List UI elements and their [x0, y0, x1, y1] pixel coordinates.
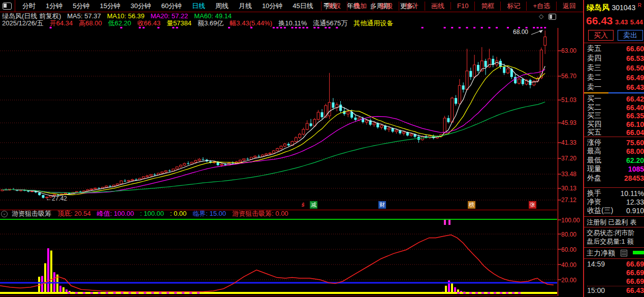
ask-row[interactable]: 卖五66.60 [587, 44, 644, 53]
bid-row[interactable]: 买二66.40 [587, 103, 644, 112]
price-change: 3.43 [615, 18, 628, 26]
menu-item-10分钟[interactable]: 10分钟 [257, 2, 287, 10]
indicator-axis-label: 60.00 [561, 246, 583, 253]
toolbar-right: 复权叠加多股统计画线F10简框标记+自选返回 [321, 0, 582, 12]
buy-button[interactable]: 买入 [588, 30, 614, 41]
header-segment: 收66.43 [137, 19, 160, 27]
header-segment: 游资狙击吸筹: 0.00 [232, 210, 288, 217]
stat-row: 外盘28453 [587, 174, 644, 183]
stat-row: 净资12.33 [587, 197, 644, 207]
bid-row[interactable]: 买四66.10 [587, 120, 644, 129]
indicator-header: ⌄游资狙击吸筹顶底: 20.54峰值: 100.00: 100.00: 0.00… [1, 210, 295, 217]
menu-item-周线[interactable]: 周线 [210, 2, 234, 10]
event-marker-news[interactable]: 财 [378, 201, 386, 209]
tool-简框[interactable]: 简框 [474, 2, 500, 11]
indicator-axis-label: 40.00 [561, 261, 583, 269]
last-price: 66.43 [586, 15, 613, 26]
header-segment: 量57384 [167, 19, 191, 27]
order-ratio-bar-buy [584, 92, 608, 93]
layout-toggle-icon[interactable] [3, 3, 12, 10]
registration-status: 注册制 已盈利 表 [587, 218, 636, 227]
sell-button[interactable]: 卖出 [618, 30, 643, 41]
tool-返回[interactable]: 返回 [556, 2, 582, 11]
event-marker-news[interactable]: 减 [310, 201, 317, 209]
menu-item-日线[interactable]: 日线 [187, 2, 210, 10]
price-axis-label: 45.93 [561, 119, 583, 126]
header-segment: 流通5675万 [313, 19, 347, 27]
menu-item-5分钟[interactable]: 5分钟 [68, 2, 94, 10]
event-marker-news[interactable]: 张 [529, 201, 536, 209]
date-ohlc-row: 2025/12/26/五开64.34高68.00低62.20收66.43量573… [2, 20, 399, 27]
header-segment: : 100.00 [140, 210, 164, 217]
chart-canvas[interactable] [0, 0, 644, 297]
diamond-tool-icon[interactable]: ◇ [539, 13, 543, 20]
price-axis-label: 56.70 [561, 73, 583, 80]
tool-统计[interactable]: 统计 [399, 2, 425, 11]
stat-row: 最高68.00 [587, 147, 644, 156]
stat-row: 现量1085 [587, 164, 644, 174]
tick-row[interactable]: 14:5966.69 [587, 260, 644, 268]
panel-view-icon[interactable] [549, 14, 556, 20]
stat-row: 涨停75.60 [587, 138, 644, 147]
price-axis-label: 33.48 [561, 171, 583, 178]
main-force-bar [633, 251, 644, 254]
indicator-axis-label: 100.00 [561, 217, 583, 224]
price-row: 66.43 3.43 5.44 [586, 15, 643, 27]
margin-flag: R [638, 3, 641, 8]
peak-price-label: 68.00 [513, 28, 528, 36]
header-segment: 顶底: 20.54 [57, 210, 91, 217]
price-axis-label: 37.20 [561, 155, 583, 162]
menu-item-分时[interactable]: 分时 [17, 2, 41, 10]
price-axis-label: 27.12 [561, 196, 583, 204]
menu-item-月线[interactable]: 月线 [234, 2, 257, 10]
header-segment: 低62.20 [108, 19, 132, 27]
menu-item-60分钟[interactable]: 60分钟 [156, 2, 186, 10]
tool-叠加[interactable]: 叠加 [347, 2, 373, 11]
bid-row[interactable]: 买一66.42 [587, 94, 644, 104]
tool-标记[interactable]: 标记 [500, 2, 526, 11]
header-segment: 其他通用设备 [353, 19, 393, 27]
tool-多股[interactable]: 多股 [373, 2, 399, 11]
after-hours-volume: 盘后交易量:1 额 [587, 237, 633, 246]
price-axis-label: 30.13 [561, 185, 583, 192]
price-change-pct: 5.44 [630, 18, 643, 26]
tool-+自选[interactable]: +自选 [526, 2, 556, 11]
trading-status: 交易状态:闭市阶 [587, 228, 635, 238]
header-segment: 开64.34 [50, 19, 73, 27]
tool-复权[interactable]: 复权 [321, 2, 347, 11]
stock-code: 301043 [611, 4, 635, 12]
ask-row[interactable]: 卖二66.49 [587, 73, 644, 82]
tool-画线[interactable]: 画线 [425, 2, 450, 11]
bid-row[interactable]: 买五66.04 [587, 128, 644, 137]
tick-row[interactable]: 15:0066.43 [587, 286, 644, 294]
header-segment: 额3.69亿 [198, 19, 223, 27]
price-axis-label: 41.33 [561, 139, 583, 146]
indicator-axis-label: 80.00 [561, 231, 583, 238]
header-segment: : 0.00 [170, 210, 187, 217]
menu-item-15分钟[interactable]: 15分钟 [94, 2, 125, 10]
header-segment: 临界: 15.00 [192, 210, 226, 217]
menu-item-1分钟[interactable]: 1分钟 [41, 2, 68, 10]
collapse-icon[interactable]: ⌄ [1, 211, 8, 217]
indicator-axis-label: 20.00 [561, 277, 583, 284]
bid-row[interactable]: 买三66.35 [587, 111, 644, 120]
menu-item-30分钟[interactable]: 30分钟 [125, 2, 156, 10]
stat-row: 收益(三)0.910 [587, 206, 644, 215]
low-price-label: ←27.42 [46, 195, 67, 202]
main-force-label: 主力净额 [587, 249, 615, 258]
event-marker-sell-signal[interactable]: ŝ [299, 201, 307, 209]
header-segment: 换10.11% [278, 19, 307, 27]
tick-row[interactable]: 66.69 [587, 269, 644, 277]
stock-name-row: 绿岛风 301043 R [587, 3, 641, 13]
ask-row[interactable]: 卖三66.50 [587, 63, 644, 73]
detail-list-icon[interactable] [621, 250, 627, 256]
header-segment: 游资狙击吸筹 [12, 210, 51, 217]
ask-row[interactable]: 卖四66.53 [587, 54, 644, 63]
ask-row[interactable]: 卖一66.43 [587, 83, 644, 92]
event-marker-news[interactable]: 榜 [468, 201, 475, 209]
order-ratio-bar-sell [608, 92, 644, 93]
header-segment: 高68.00 [79, 19, 102, 27]
tool-F10[interactable]: F10 [450, 2, 474, 10]
tick-row[interactable]: 66.69 [587, 277, 644, 285]
menu-item-45日线[interactable]: 45日线 [287, 2, 318, 10]
